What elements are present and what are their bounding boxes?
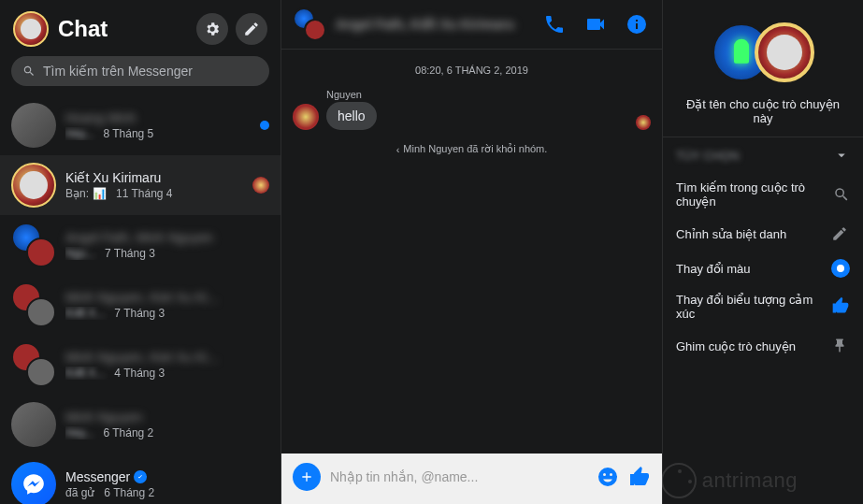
message-bubble: hello <box>326 102 377 130</box>
info-button[interactable] <box>623 10 651 38</box>
search-input[interactable] <box>43 64 258 79</box>
gear-icon <box>204 21 221 37</box>
option-nickname[interactable]: Chỉnh sửa biệt danh <box>663 216 863 252</box>
chat-name: Hoang Minh <box>65 110 251 125</box>
chat-item[interactable]: Kiết Xu Kirimaru Bạn:📊11 Tháng 4 <box>0 155 280 215</box>
search-icon <box>833 186 850 203</box>
unread-dot-icon <box>260 121 269 130</box>
chevron-down-icon <box>833 147 850 164</box>
option-search[interactable]: Tìm kiếm trong cuộc trò chuyện <box>663 173 863 216</box>
chat-item[interactable]: Angel Fath, Minh Nguyen Ngu...7 Tháng 3 <box>0 215 280 275</box>
pencil-icon <box>831 225 848 242</box>
message-row: hello <box>293 102 377 130</box>
message-input[interactable] <box>330 469 587 484</box>
option-color[interactable]: Thay đổi màu <box>663 252 863 285</box>
chat-item[interactable]: Minh Nguyen, Kiet Xu Ki... Kiết X...7 Th… <box>0 275 280 335</box>
system-message: Minh Nguyen đã rời khỏi nhóm. <box>293 143 651 155</box>
sidebar: Chat Hoang Minh Hey...8 Tháng 5 <box>0 0 280 504</box>
smiley-icon <box>597 466 619 488</box>
app-avatar[interactable] <box>13 11 49 47</box>
compose-button[interactable] <box>236 13 267 45</box>
chat-name: Minh Nguyen, Kiet Xu Ki... <box>65 290 269 305</box>
thumb-up-icon <box>628 466 651 488</box>
details-panel: Đặt tên cho cuộc trò chuyện này TÙY CHỌN… <box>662 0 863 504</box>
messenger-icon <box>22 472 46 497</box>
chat-avatar <box>11 223 56 267</box>
voice-call-button[interactable] <box>540 10 568 38</box>
options-header[interactable]: TÙY CHỌN <box>663 137 863 173</box>
color-dot-icon <box>831 259 850 278</box>
like-button[interactable] <box>628 466 651 488</box>
timestamp: 08:20, 6 THÁNG 2, 2019 <box>293 65 651 76</box>
pin-icon <box>831 338 848 354</box>
seen-indicator-icon <box>636 115 651 130</box>
chat-name: Minh Nguyen <box>65 410 269 425</box>
chat-name: Kiết Xu Kirimaru <box>65 170 243 185</box>
chat-avatar <box>11 342 56 387</box>
conversation-header: Angel Fath, Kiết Xu Kirimaru <box>281 0 662 50</box>
chat-avatar <box>11 163 56 208</box>
chat-avatar <box>11 103 56 148</box>
attachment-button[interactable] <box>293 463 321 491</box>
compose-icon <box>243 21 260 37</box>
options-list: Tìm kiếm trong cuộc trò chuyện Chỉnh sửa… <box>663 173 863 364</box>
sidebar-header: Chat <box>0 0 280 56</box>
message-sender-name: Nguyen <box>326 89 651 100</box>
chat-avatar <box>11 402 56 447</box>
chat-item[interactable]: Minh Nguyen Hey...6 Tháng 2 <box>0 395 280 454</box>
conversation-name[interactable]: Angel Fath, Kiết Xu Kirimaru <box>336 17 531 32</box>
settings-button[interactable] <box>196 13 228 45</box>
option-pin[interactable]: Ghim cuộc trò chuyện <box>663 328 863 364</box>
message-avatar[interactable] <box>293 104 319 130</box>
conversation: Angel Fath, Kiết Xu Kirimaru 08:20, 6 TH… <box>281 0 662 504</box>
chat-list: Hoang Minh Hey...8 Tháng 5 Kiết Xu Kirim… <box>0 95 280 504</box>
chat-name: Angel Fath, Minh Nguyen <box>65 230 269 245</box>
option-emoji[interactable]: Thay đổi biểu tượng cảm xúc <box>663 285 863 328</box>
info-icon <box>626 13 648 36</box>
group-avatar[interactable] <box>712 19 814 86</box>
video-icon <box>584 13 607 36</box>
plus-icon <box>299 469 314 484</box>
search-container <box>0 56 280 95</box>
chat-item[interactable]: Messenger đã gử6 Tháng 2 <box>0 454 280 504</box>
app-title: Chat <box>58 16 187 42</box>
chat-item[interactable]: Hoang Minh Hey...8 Tháng 5 <box>0 95 280 155</box>
chat-avatar <box>11 282 56 327</box>
chat-avatar <box>11 462 56 504</box>
verified-badge-icon <box>134 470 147 483</box>
conversation-avatar[interactable] <box>293 7 326 41</box>
main: Angel Fath, Kiết Xu Kirimaru 08:20, 6 TH… <box>280 0 863 504</box>
thumb-up-icon <box>831 296 850 315</box>
search-input-wrap[interactable] <box>11 56 269 86</box>
group-name-prompt[interactable]: Đặt tên cho cuộc trò chuyện này <box>663 97 863 129</box>
chat-name: Messenger <box>65 469 269 484</box>
chat-item[interactable]: Minh Nguyen, Kiet Xu Ki... Kiết X...4 Th… <box>0 335 280 395</box>
emoji-button[interactable] <box>597 466 619 488</box>
conversation-body: 08:20, 6 THÁNG 2, 2019 Nguyen hello Minh… <box>281 50 662 454</box>
phone-icon <box>543 13 566 36</box>
video-call-button[interactable] <box>582 10 610 38</box>
search-icon <box>22 65 36 78</box>
story-ring-icon <box>252 177 269 194</box>
chat-name: Minh Nguyen, Kiet Xu Ki... <box>65 350 269 365</box>
composer <box>281 454 662 504</box>
